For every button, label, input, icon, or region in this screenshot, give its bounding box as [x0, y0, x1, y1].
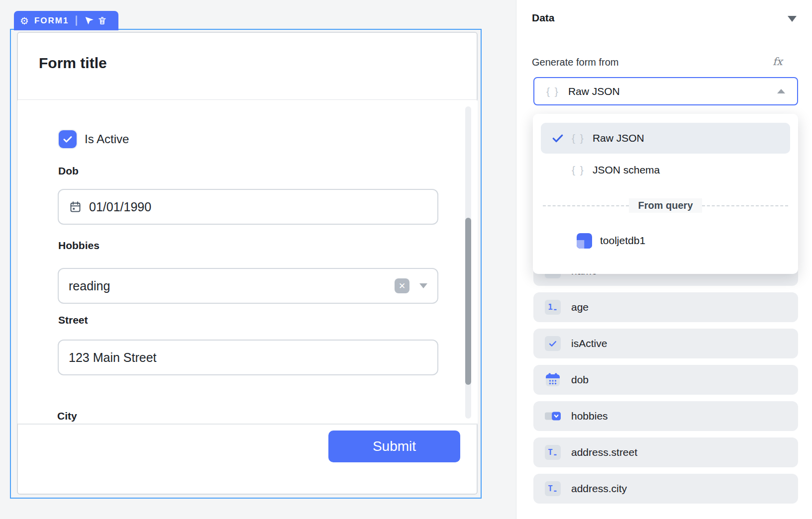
street-label: Street [58, 314, 88, 326]
generate-form-from-label: Generate form from [532, 57, 619, 68]
widget-config-handle[interactable]: ⚙ FORM1 [14, 11, 118, 30]
dropdown-icon [545, 409, 561, 424]
from-query-divider: From query [543, 198, 788, 213]
dob-value: 01/01/1990 [89, 200, 151, 214]
field-row-address-street[interactable]: T- address.street [533, 437, 798, 467]
form-scrollbar-track[interactable] [465, 106, 471, 419]
generate-form-from-menu: { } Raw JSON { } JSON schema From query … [533, 114, 798, 274]
menu-option-raw-json[interactable]: { } Raw JSON [541, 123, 790, 154]
braces-icon: { } [572, 164, 585, 176]
form-footer-divider [18, 424, 478, 425]
chevron-down-icon[interactable] [419, 283, 427, 288]
braces-icon: { } [572, 132, 585, 144]
calendar-icon [545, 372, 561, 387]
widget-name: FORM1 [34, 16, 69, 26]
hobbies-input[interactable]: reading ✕ [58, 268, 438, 304]
checkbox-icon [545, 336, 561, 351]
city-label: City [57, 410, 77, 422]
number-icon: 1- [545, 300, 561, 315]
check-icon [551, 131, 565, 145]
submit-button[interactable]: Submit [328, 431, 460, 462]
hobbies-value: reading [69, 279, 110, 293]
data-section-title: Data [532, 12, 555, 24]
text-icon: T- [545, 481, 561, 496]
badge-divider [76, 15, 77, 26]
gear-icon[interactable]: ⚙ [20, 16, 29, 26]
menu-option-tooljetdb1[interactable]: tooljetdb1 [541, 227, 790, 255]
dob-label: Dob [58, 165, 79, 177]
cursor-icon[interactable] [83, 14, 96, 27]
is-active-field: Is Active [59, 130, 129, 148]
field-row-age[interactable]: 1- age [533, 292, 798, 322]
form-title: Form title [39, 55, 107, 72]
field-row-hobbies[interactable]: hobbies [533, 401, 798, 431]
field-row-isActive[interactable]: isActive [533, 329, 798, 358]
section-collapse-icon[interactable] [788, 16, 797, 22]
form-body: Is Active Dob 01/01/1990 Hobbies reading… [17, 100, 478, 424]
trash-icon[interactable] [96, 14, 108, 27]
tooljetdb-icon [577, 233, 592, 249]
hobbies-label: Hobbies [58, 240, 100, 252]
is-active-checkbox[interactable] [59, 130, 77, 148]
selected-option: Raw JSON [568, 86, 620, 97]
calendar-icon [69, 200, 82, 214]
braces-icon: { } [546, 86, 559, 97]
generate-form-from-select[interactable]: { } Raw JSON [533, 77, 798, 105]
is-active-label: Is Active [85, 132, 129, 146]
fx-icon[interactable]: fx [773, 56, 783, 68]
field-row-dob[interactable]: dob [533, 365, 798, 395]
form-scrollbar-thumb[interactable] [465, 218, 471, 385]
street-input[interactable]: 123 Main Street [58, 340, 438, 375]
text-icon: T- [545, 445, 561, 460]
dob-input[interactable]: 01/01/1990 [58, 189, 438, 225]
clear-icon[interactable]: ✕ [395, 278, 409, 293]
menu-option-json-schema[interactable]: { } JSON schema [541, 157, 790, 183]
app-canvas: ⚙ FORM1 Form title Is Active Dob 01/01/1… [0, 0, 812, 519]
street-value: 123 Main Street [69, 350, 157, 365]
field-row-address-city[interactable]: T- address.city [533, 474, 798, 504]
form-header-divider [18, 99, 478, 100]
chevron-up-icon [777, 89, 785, 93]
from-query-label: From query [629, 198, 702, 213]
